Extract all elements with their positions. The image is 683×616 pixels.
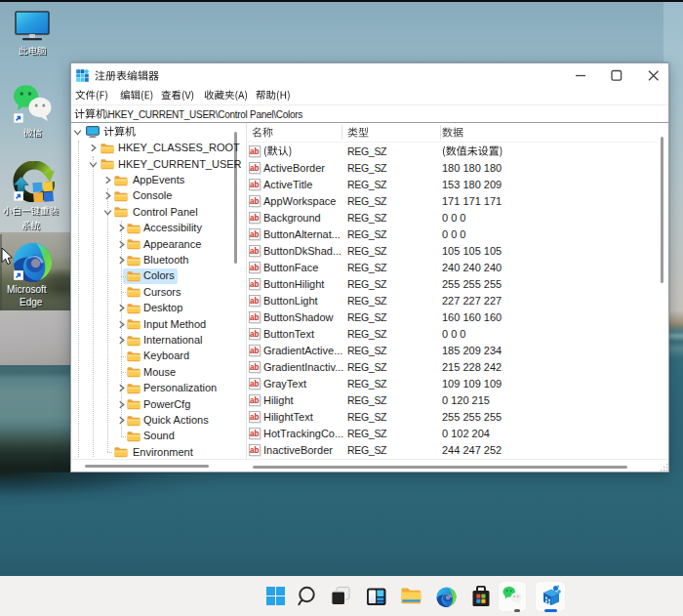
svg-text:ab: ab (250, 230, 260, 239)
svg-text:ab: ab (250, 147, 260, 156)
svg-text:ab: ab (250, 396, 260, 405)
svg-text:ab: ab (250, 264, 260, 272)
svg-text:ab: ab (250, 214, 260, 223)
svg-text:ab: ab (250, 297, 260, 306)
svg-text:ab: ab (250, 430, 260, 438)
svg-text:ab: ab (250, 280, 260, 289)
svg-text:ab: ab (250, 164, 260, 173)
svg-text:ab: ab (250, 363, 260, 372)
svg-text:ab: ab (250, 380, 260, 389)
svg-text:ab: ab (250, 413, 260, 422)
svg-text:ab: ab (250, 247, 260, 256)
svg-text:ab: ab (250, 181, 260, 189)
svg-text:ab: ab (250, 313, 260, 322)
svg-text:ab: ab (250, 446, 260, 455)
svg-text:ab: ab (250, 330, 260, 339)
svg-text:ab: ab (250, 347, 260, 355)
svg-text:ab: ab (250, 197, 260, 206)
